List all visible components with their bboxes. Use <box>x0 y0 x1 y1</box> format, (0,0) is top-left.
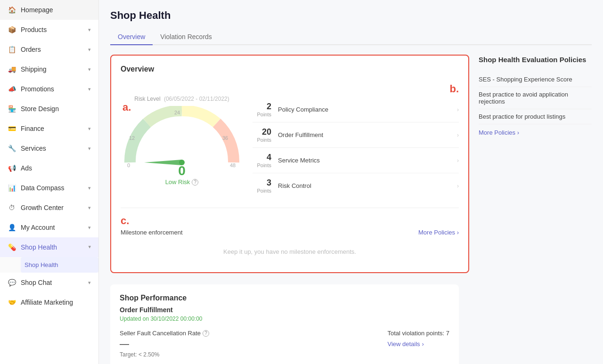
affiliate-marketing-icon: 🤝 <box>8 298 16 307</box>
sidebar-label-data-compass: Data Compass <box>21 184 65 192</box>
sidebar-label-affiliate-marketing: Affiliate Marketing <box>21 299 73 306</box>
sidebar-item-store-design[interactable]: 🏪 Store Design <box>0 99 98 119</box>
ads-icon: 📢 <box>8 164 16 172</box>
sidebar-label-promotions: Promotions <box>21 85 54 93</box>
chevron-up-icon: ▴ <box>88 244 91 251</box>
eval-link-ses[interactable]: SES - Shopping Experience Score <box>479 72 592 87</box>
services-icon: 🔧 <box>8 144 16 153</box>
sidebar-label-finance: Finance <box>21 125 44 132</box>
eval-more-policies-link[interactable]: More Policies › <box>479 124 592 141</box>
home-icon: 🏠 <box>8 6 16 14</box>
chevron-icon: ▾ <box>88 27 91 33</box>
eval-panel-title: Shop Health Evaluation Policies <box>479 55 592 65</box>
view-details-link[interactable]: View details › <box>387 340 449 348</box>
sidebar-item-services[interactable]: 🔧 Services ▾ <box>0 138 98 158</box>
chevron-icon: ▾ <box>88 205 91 211</box>
annotation-c: c. <box>121 215 459 227</box>
gauge-wrap: Risk Level (06/05/2022 - 02/11/2022) a. <box>121 96 243 186</box>
rate-help-icon[interactable]: ? <box>203 330 209 337</box>
sidebar-label-homepage: Homepage <box>21 6 53 14</box>
chevron-icon: ▾ <box>88 185 91 191</box>
sidebar-item-promotions[interactable]: 📣 Promotions ▾ <box>0 79 98 99</box>
chevron-icon: ▾ <box>88 126 91 132</box>
sidebar-item-shipping[interactable]: 🚚 Shipping ▾ <box>0 59 98 79</box>
perf-left: Seller Fault Cancellation Rate ? — Targe… <box>120 330 387 358</box>
sidebar-item-affiliate-marketing[interactable]: 🤝 Affiliate Marketing <box>0 292 98 312</box>
svg-marker-5 <box>144 160 182 165</box>
shop-chat-icon: 💬 <box>8 278 16 287</box>
violation-points: Total violation points: 7 <box>387 330 449 337</box>
sidebar: 🏠 Homepage 📦 Products ▾ 📋 Orders ▾ 🚚 Shi… <box>0 0 99 364</box>
overview-row: Overview Risk Level (06/05/2022 - 02/11/… <box>110 55 592 273</box>
shipping-icon: 🚚 <box>8 65 16 73</box>
updated-text: Updated on 30/10/2022 00:00:00 <box>120 315 449 322</box>
eval-link-best-practice-app[interactable]: Best practice to avoid application rejec… <box>479 87 592 109</box>
annotation-a: a. <box>122 101 131 113</box>
milestone-section: c. Milestone enforcement More Policies ›… <box>121 208 459 263</box>
sidebar-label-growth-center: Growth Center <box>21 204 64 211</box>
score-item-0[interactable]: 2 Points Policy Compliance › <box>253 97 459 122</box>
sidebar-item-finance[interactable]: 💳 Finance ▾ <box>0 119 98 138</box>
chevron-icon: ▾ <box>88 66 91 73</box>
sidebar-label-shop-chat: Shop Chat <box>21 279 52 286</box>
chevron-icon: ▾ <box>88 47 91 53</box>
sidebar-item-data-compass[interactable]: 📊 Data Compass ▾ <box>0 178 98 198</box>
svg-text:36: 36 <box>222 135 228 141</box>
sidebar-item-shop-health[interactable]: 💊 Shop Health ▴ <box>0 237 98 257</box>
shop-performance-title: Shop Performance <box>120 294 449 302</box>
svg-point-6 <box>179 160 185 165</box>
more-policies-link-overview[interactable]: More Policies › <box>418 229 459 236</box>
shop-health-icon: 💊 <box>8 243 16 251</box>
chevron-icon: ▾ <box>88 86 91 92</box>
score-item-1[interactable]: 20 Points Order Fulfillment › <box>253 122 459 148</box>
sidebar-item-homepage[interactable]: 🏠 Homepage <box>0 0 98 20</box>
promotions-icon: 📣 <box>8 85 16 93</box>
rate-label: Seller Fault Cancellation Rate ? <box>120 330 387 337</box>
score-item-3[interactable]: 3 Points Risk Control › <box>253 173 459 198</box>
eval-link-best-practice-product[interactable]: Best practice for product listings <box>479 109 592 124</box>
sidebar-item-ads[interactable]: 📢 Ads <box>0 158 98 178</box>
score-item-2[interactable]: 4 Points Service Metrics › <box>253 148 459 173</box>
tab-violation-records[interactable]: Violation Records <box>153 29 219 45</box>
sidebar-sub-shop-health: Shop Health <box>0 257 98 273</box>
target-text: Target: < 2.50% <box>120 351 387 358</box>
sidebar-label-store-design: Store Design <box>21 105 59 113</box>
gauge-section: Risk Level (06/05/2022 - 02/11/2022) a. <box>121 83 459 198</box>
order-fulfillment-title: Order Fulfillment <box>120 306 449 314</box>
score-items: b. 2 Points Policy Compliance › 20 Point… <box>253 83 459 198</box>
finance-icon: 💳 <box>8 124 16 133</box>
perf-row: Seller Fault Cancellation Rate ? — Targe… <box>120 330 449 358</box>
data-compass-icon: 📊 <box>8 184 16 192</box>
gauge-status: Low Risk ? <box>165 178 199 186</box>
overview-card: Overview Risk Level (06/05/2022 - 02/11/… <box>110 55 469 273</box>
overview-card-title: Overview <box>121 65 459 73</box>
chevron-icon: ▾ <box>88 280 91 286</box>
sidebar-item-my-account[interactable]: 👤 My Account ▾ <box>0 218 98 237</box>
svg-text:12: 12 <box>129 135 135 141</box>
sidebar-item-growth-center[interactable]: ⏱ Growth Center ▾ <box>0 198 98 218</box>
gauge-help-icon[interactable]: ? <box>192 179 198 186</box>
chevron-icon: ▾ <box>88 146 91 152</box>
sidebar-label-my-account: My Account <box>21 224 55 231</box>
perf-right: Total violation points: 7 View details › <box>387 330 449 348</box>
score-items-container: 2 Points Policy Compliance › 20 Points O… <box>253 97 459 198</box>
tabs-bar: Overview Violation Records <box>110 29 592 45</box>
sidebar-label-shop-health: Shop Health <box>21 243 57 251</box>
svg-text:0: 0 <box>127 162 130 167</box>
sidebar-label-orders: Orders <box>21 46 41 53</box>
sidebar-sub-item-shop-health[interactable]: Shop Health <box>21 257 98 273</box>
annotation-b: b. <box>449 83 459 95</box>
svg-text:24: 24 <box>174 110 180 115</box>
main-content: Shop Health Overview Violation Records O… <box>99 0 603 364</box>
milestone-empty-message: Keep it up, you have no milestone enforc… <box>121 241 459 263</box>
tab-overview[interactable]: Overview <box>110 29 153 45</box>
sidebar-item-shop-chat[interactable]: 💬 Shop Chat ▾ <box>0 273 98 292</box>
rate-value: — <box>120 339 387 349</box>
milestone-title: Milestone enforcement <box>121 229 183 236</box>
sidebar-sub-label-shop-health: Shop Health <box>24 261 58 268</box>
eval-panel: Shop Health Evaluation Policies SES - Sh… <box>479 55 592 273</box>
sidebar-item-products[interactable]: 📦 Products ▾ <box>0 20 98 40</box>
sidebar-item-orders[interactable]: 📋 Orders ▾ <box>0 40 98 59</box>
sidebar-label-products: Products <box>21 26 47 33</box>
orders-icon: 📋 <box>8 45 16 54</box>
